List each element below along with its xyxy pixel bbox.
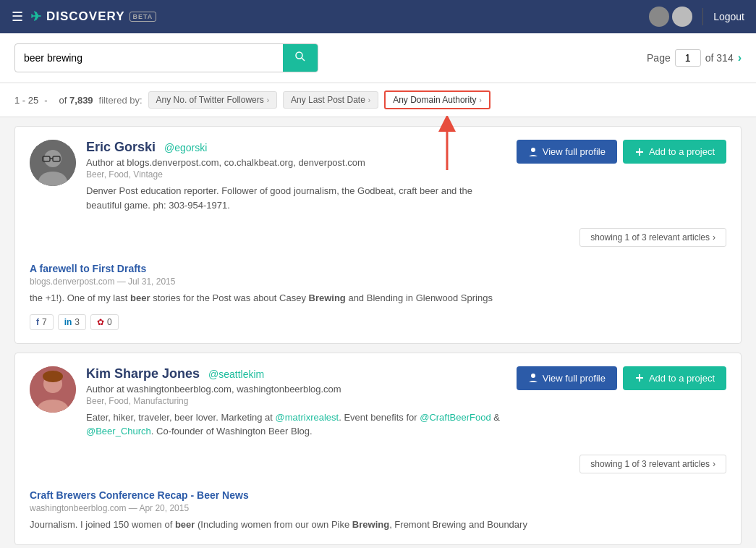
article-title-kim[interactable]: Craft Brewers Conference Recap - Beer Ne… [30,489,726,501]
add-project-button-eric[interactable]: Add to a project [623,140,726,164]
logo: ✈ DISCOVERY BETA [30,9,156,25]
add-project-label-kim: Add to a project [649,373,715,384]
filtered-by-label: filtered by: [99,95,143,106]
results-range: 1 - 25 [14,95,38,106]
name-line-eric: Eric Gorski @egorski [86,140,502,155]
filter3-label: Any Domain Authority [393,95,476,105]
total-pages-label: of 314 [705,52,734,64]
articles-toggle-kim[interactable]: showing 1 of 3 relevant articles › [579,455,726,473]
add-project-label-eric: Add to a project [649,146,715,157]
bold-beer-kim: beer [175,519,195,530]
mention-craftbeerfood[interactable]: @CraftBeerFood [420,412,490,423]
avatar-group [649,7,692,27]
avatar-1 [649,7,669,27]
avatar-eric-gorski [30,140,76,186]
article-meta-kim: washingtonbeerblog.com — Apr 20, 2015 [30,503,726,513]
header-left: ☰ ✈ DISCOVERY BETA [12,9,156,25]
card-info-eric: Eric Gorski @egorski Author at blogs.den… [86,140,502,212]
pagination: Page of 314 › [647,49,742,67]
svg-point-16 [531,374,535,378]
card-left-kim: Kim Sharpe Jones @seattlekim Author at w… [30,366,502,439]
profile-author-kim: Author at washingtonbeerblog.com, washin… [86,384,502,395]
total-count: 7,839 [69,95,93,106]
card-actions-kim: View full profile Add to a project [517,366,726,390]
articles-toggle-container-kim: showing 1 of 3 relevant articles › [30,447,726,482]
share-facebook-eric: f 7 [30,314,54,330]
filter-last-post-date[interactable]: Any Last Post Date › [283,91,378,109]
article-meta-eric: blogs.denverpost.com — Jul 31, 2015 [30,277,726,287]
profile-author-eric: Author at blogs.denverpost.com, co.chalk… [86,157,502,168]
beta-badge: BETA [129,12,157,22]
profile-tags-kim: Beer, Food, Manufacturing [86,396,502,406]
header-divider [702,8,703,25]
logo-icon: ✈ [30,9,42,25]
total-pages: 314 [716,52,733,64]
pin-count-eric: 0 [107,317,112,327]
search-bar [14,43,318,72]
share-linkedin-eric: in 3 [58,314,86,330]
toggle-arrow-kim: › [713,459,715,469]
mention-beer-church[interactable]: @Beer_Church [86,426,151,437]
bold-brewing-kim: Brewing [352,519,389,530]
profile-handle-eric: @egorski [164,142,207,153]
view-profile-button-kim[interactable]: View full profile [517,366,617,390]
profile-card-eric-gorski: Eric Gorski @egorski Author at blogs.den… [14,126,742,344]
card-actions-eric: View full profile Add to a project [517,140,726,164]
page-input[interactable] [675,49,701,67]
pin-icon: ✿ [97,317,104,327]
search-button[interactable] [283,44,318,72]
profile-bio-kim: Eater, hiker, traveler, beer lover. Mark… [86,410,502,439]
logout-button[interactable]: Logout [713,11,744,22]
avatar-svg-eric [30,140,76,186]
share-pinterest-eric: ✿ 0 [90,314,119,330]
articles-toggle-label-kim: showing 1 of 3 relevant articles [590,459,710,469]
in-icon: in [64,317,72,327]
avatar-2 [672,7,692,27]
svg-point-0 [296,52,302,59]
dash: - [44,95,47,106]
header-right: Logout [649,7,744,27]
article-title-eric[interactable]: A farewell to First Drafts [30,263,726,274]
profile-name-eric: Eric Gorski [86,140,156,154]
view-profile-label-kim: View full profile [543,373,606,384]
toggle-arrow-eric: › [713,232,715,243]
view-profile-button-eric[interactable]: View full profile [517,140,617,164]
bold-beer-eric: beer [130,292,150,303]
of-label: of 7,839 [59,95,93,106]
view-profile-label-eric: View full profile [543,146,606,157]
articles-toggle-label-eric: showing 1 of 3 relevant articles [590,232,710,243]
in-count-eric: 3 [75,317,80,327]
articles-toggle-container-eric: showing 1 of 3 relevant articles › [30,221,726,256]
header: ☰ ✈ DISCOVERY BETA Logout [0,0,756,33]
next-page-arrow[interactable]: › [738,51,742,64]
main-content: Eric Gorski @egorski Author at blogs.den… [0,117,756,548]
card-header-kim: Kim Sharpe Jones @seattlekim Author at w… [30,366,726,439]
profile-handle-kim: @seattlekim [208,368,264,380]
svg-point-9 [531,148,535,152]
svg-point-15 [43,371,63,382]
plus-icon-kim [634,373,645,383]
search-input[interactable] [15,46,283,69]
search-section: Page of 314 › [0,33,756,83]
article-kim: Craft Brewers Conference Recap - Beer Ne… [30,489,726,532]
search-icon [294,51,306,62]
filter-domain-authority[interactable]: Any Domain Authority › [384,90,490,109]
name-line-kim: Kim Sharpe Jones @seattlekim [86,366,502,382]
plus-icon-eric [634,147,645,157]
articles-toggle-eric[interactable]: showing 1 of 3 relevant articles › [579,228,726,247]
card-header-eric: Eric Gorski @egorski Author at blogs.den… [30,140,726,212]
avatar-kim-sharpe-jones [30,366,76,413]
hamburger-icon[interactable]: ☰ [12,9,23,25]
fb-icon: f [36,317,39,327]
person-icon-eric [528,147,538,157]
filter-twitter-followers[interactable]: Any No. of Twitter Followers › [148,91,278,109]
fb-count-eric: 7 [42,317,47,327]
logo-text: DISCOVERY [46,9,125,24]
svg-line-1 [302,58,305,61]
card-info-kim: Kim Sharpe Jones @seattlekim Author at w… [86,366,502,439]
article-excerpt-kim: Journalism. I joined 150 women of beer (… [30,518,726,532]
add-project-button-kim[interactable]: Add to a project [623,366,726,390]
profile-card-kim-sharpe-jones: Kim Sharpe Jones @seattlekim Author at w… [14,353,742,546]
article-eric: A farewell to First Drafts blogs.denverp… [30,263,726,330]
mention-matrixrealest[interactable]: @matrixrealest [276,412,339,423]
